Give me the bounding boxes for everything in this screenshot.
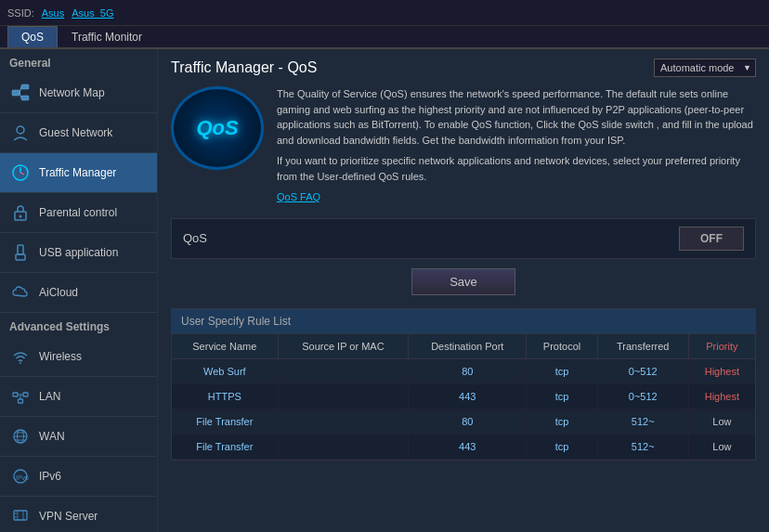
table-row: File Transfer 443 tcp 512~ Low [172,434,755,459]
sidebar-item-network-map-label: Network Map [39,86,105,99]
sidebar-item-traffic-manager-label: Traffic Manager [39,166,116,179]
sidebar-item-lan-label: LAN [39,390,60,403]
network-map-icon [9,82,32,104]
qos-faq-link[interactable]: QoS FAQ [277,191,320,202]
rule-list-table-section: User Specify Rule List Service Name Sour… [171,308,756,461]
wireless-icon [9,345,32,368]
cell-service-name: File Transfer [172,434,278,459]
cell-protocol: tcp [527,409,597,434]
tab-bar: QoS Traffic Monitor [0,26,769,49]
sidebar-item-wan-label: WAN [39,430,65,443]
mode-select-wrapper[interactable]: Automatic mode Manual mode [654,58,756,77]
ssid-link-1[interactable]: Asus [42,7,64,19]
cell-transferred: 0~512 [597,358,688,383]
cell-service-name: Web Surf [172,358,278,383]
table-row: HTTPS 443 tcp 0~512 Highest [172,383,755,409]
content-header: Traffic Manager - QoS Automatic mode Man… [171,58,756,77]
topbar: SSID: Asus Asus_5G [0,0,769,26]
sidebar-item-traffic-manager[interactable]: Traffic Manager [0,153,157,193]
cell-source [278,409,409,434]
aicloud-icon [9,281,32,304]
info-text: The Quality of Service (QoS) ensures the… [277,86,756,205]
cell-protocol: tcp [527,383,597,409]
svg-line-3 [20,87,21,94]
svg-point-8 [20,215,22,218]
cell-priority: Highest [688,383,755,409]
cell-priority: Low [688,434,755,459]
sidebar-item-wan[interactable]: WAN [0,417,157,457]
ssid-link-2[interactable]: Asus_5G [72,7,113,19]
sidebar-item-guest-network-label: Guest Network [39,126,112,139]
guest-network-icon [9,122,32,144]
sidebar-item-wireless-label: Wireless [39,350,82,363]
svg-point-5 [17,126,24,134]
th-destination-port: Destination Port [409,334,527,359]
cell-service-name: File Transfer [172,409,278,434]
th-priority: Priority [688,334,755,359]
qos-logo: QoS [171,86,264,170]
svg-rect-9 [18,245,23,254]
table-title: User Specify Rule List [172,309,755,334]
svg-text:IPv6: IPv6 [16,474,29,481]
rule-list-table: Service Name Source IP or MAC Destinatio… [172,334,755,460]
info-paragraph-1: The Quality of Service (QoS) ensures the… [277,86,756,148]
svg-rect-1 [21,84,29,89]
svg-point-28 [15,513,17,514]
table-row: Web Surf 80 tcp 0~512 Highest [172,358,755,383]
qos-toggle-row: QoS OFF [171,218,756,259]
save-button[interactable]: Save [411,268,515,295]
cell-transferred: 512~ [597,409,688,434]
sidebar-item-network-map[interactable]: Network Map [0,73,157,113]
cell-protocol: tcp [527,434,597,459]
svg-line-4 [20,93,21,98]
svg-rect-14 [23,393,28,396]
cell-source [278,434,409,459]
cell-dest-port: 443 [409,434,527,459]
cell-service-name: HTTPS [172,383,278,409]
info-paragraph-2: If you want to prioritize specific netwo… [277,153,756,184]
wan-icon [9,425,32,448]
sidebar-item-usb-application[interactable]: USB application [0,233,157,273]
sidebar: General Network Map Guest Network Traffi… [0,49,158,532]
ipv6-icon: IPv6 [9,465,32,487]
sidebar-item-lan[interactable]: LAN [0,377,157,417]
sidebar-item-wireless[interactable]: Wireless [0,337,157,377]
general-section-label: General [0,49,157,73]
qos-toggle-button[interactable]: OFF [679,227,744,251]
sidebar-item-guest-network[interactable]: Guest Network [0,113,157,153]
save-row: Save [171,268,756,295]
th-service-name: Service Name [172,334,278,359]
parental-control-icon [9,201,32,224]
usb-application-icon [9,241,32,264]
mode-select[interactable]: Automatic mode Manual mode [654,58,756,77]
qos-logo-text: QoS [196,116,238,140]
cell-protocol: tcp [527,358,597,383]
cell-dest-port: 80 [409,358,527,383]
ssid-label: SSID: [7,7,34,19]
sidebar-item-parental-control-label: Parental control [39,206,117,219]
cell-source [278,383,409,409]
svg-rect-15 [19,399,23,403]
qos-field-label: QoS [183,231,679,245]
svg-rect-13 [13,393,18,396]
tab-qos[interactable]: QoS [7,26,58,47]
content-area: Traffic Manager - QoS Automatic mode Man… [158,49,769,532]
advanced-section-label: Advanced Settings [0,313,157,337]
cell-priority: Low [688,409,755,434]
page-title: Traffic Manager - QoS [171,59,317,76]
sidebar-item-vpn-server[interactable]: VPN Server [0,497,157,532]
cell-priority: Highest [688,358,755,383]
cell-transferred: 0~512 [597,383,688,409]
sidebar-item-ipv6[interactable]: IPv6 IPv6 [0,457,157,497]
th-transferred: Transferred [597,334,688,359]
sidebar-item-vpn-server-label: VPN Server [39,510,98,523]
svg-rect-10 [16,254,25,260]
sidebar-item-aicloud[interactable]: AiCloud [0,273,157,313]
svg-rect-25 [14,511,27,520]
info-box: QoS The Quality of Service (QoS) ensures… [171,86,756,205]
svg-rect-0 [12,90,20,96]
tab-traffic-monitor[interactable]: Traffic Monitor [58,26,156,47]
sidebar-item-parental-control[interactable]: Parental control [0,193,157,233]
svg-rect-2 [21,96,29,100]
traffic-manager-icon [9,162,32,184]
